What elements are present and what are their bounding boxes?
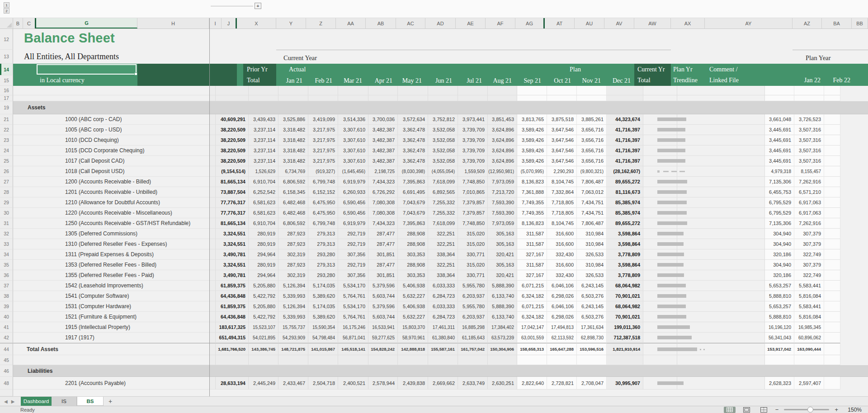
add-sheet-button[interactable]: +	[104, 397, 117, 406]
clipped-cell[interactable]	[824, 218, 840, 229]
value-cell[interactable]	[794, 95, 824, 101]
column-header-AA[interactable]: AA	[336, 18, 366, 28]
month-value-cell[interactable]: 3,439,433	[249, 114, 278, 125]
prior-yr-total-cell[interactable]: 38,220,509	[216, 125, 249, 135]
value-cell[interactable]	[308, 355, 338, 365]
plan-feb-cell[interactable]: 5,583,441	[794, 281, 824, 291]
value-cell[interactable]	[209, 187, 216, 197]
month-value-cell[interactable]: 5,955,780	[458, 301, 488, 312]
row-header[interactable]: 22	[0, 125, 13, 135]
trendline-cell[interactable]	[643, 114, 677, 125]
plan-month-value-cell[interactable]: 6,243,145	[577, 281, 607, 291]
month-value-cell[interactable]: 307,356	[338, 249, 368, 260]
month-value-cell[interactable]: 7,255,332	[428, 197, 458, 208]
month-value-cell[interactable]: 320,421	[488, 249, 517, 260]
comment-cell[interactable]	[677, 156, 765, 166]
month-value-cell[interactable]: 2,669,662	[428, 377, 458, 390]
prior-yr-total-cell[interactable]: 3,324,551	[216, 239, 249, 249]
month-value-cell[interactable]: 2,630,251	[488, 377, 517, 390]
row-header[interactable]: 26	[0, 166, 13, 177]
month-value-cell[interactable]: 6,152,152	[308, 187, 338, 197]
row-header[interactable]: 15	[0, 75, 13, 86]
row-header[interactable]: 36	[0, 270, 13, 281]
month-value-cell[interactable]: 5,764,761	[338, 291, 368, 301]
plan-feb-cell[interactable]: 6,917,063	[794, 197, 824, 208]
value-cell[interactable]	[209, 86, 216, 95]
month-value-cell[interactable]: 3,362,478	[398, 135, 428, 145]
plan-month-value-cell[interactable]: 62,898,730	[577, 333, 607, 343]
prior-yr-total-cell[interactable]: 1,681,766,520	[216, 343, 249, 355]
account-label-cell[interactable]: 1015 (DCD Corporate Chequing)	[13, 145, 209, 156]
plan-month-value-cell[interactable]: 158,658,313	[517, 343, 547, 355]
comment-cell[interactable]	[677, 218, 765, 229]
comment-cell[interactable]	[677, 229, 765, 239]
value-cell[interactable]	[794, 86, 824, 95]
plan-jan-cell[interactable]: 4,979,318	[765, 166, 794, 177]
prior-yr-total-cell[interactable]: 81,665,134	[216, 218, 249, 229]
column-header-AU[interactable]: AU	[575, 18, 604, 28]
month-value-cell[interactable]: 6,919,979	[338, 218, 368, 229]
comment-cell[interactable]	[677, 208, 765, 218]
month-value-cell[interactable]: 5,888,390	[488, 281, 517, 291]
month-value-cell[interactable]: 61,185,643	[458, 333, 488, 343]
plan-month-value-cell[interactable]: 8,104,745	[547, 218, 577, 229]
month-value-cell[interactable]: 7,255,332	[428, 208, 458, 218]
row-header[interactable]: 40	[0, 312, 13, 322]
month-value-cell[interactable]: 161,757,042	[458, 343, 488, 355]
plan-feb-cell[interactable]: 6,571,210	[794, 187, 824, 197]
month-value-cell[interactable]: 7,395,863	[398, 177, 428, 187]
trendline-cell[interactable]	[643, 156, 677, 166]
clipped-cell[interactable]	[824, 114, 840, 125]
month-value-cell[interactable]: 3,217,975	[308, 156, 338, 166]
trendline-cell[interactable]	[643, 301, 677, 312]
row-header[interactable]: 33	[0, 239, 13, 249]
month-value-cell[interactable]: 322,251	[428, 260, 458, 270]
prior-yr-total-cell[interactable]: 3,324,551	[216, 260, 249, 270]
comment-cell[interactable]	[677, 166, 765, 177]
month-value-cell[interactable]: 5,603,744	[368, 291, 398, 301]
value-cell[interactable]	[278, 95, 308, 101]
column-header-AW[interactable]: AW	[634, 18, 671, 28]
plan-month-value-cell[interactable]: 2,728,821	[547, 377, 577, 390]
value-cell[interactable]	[824, 86, 840, 95]
row-header[interactable]: 44	[0, 343, 13, 355]
current-yr-total-cell[interactable]: 3,598,864	[607, 260, 643, 270]
row-header[interactable]: 31	[0, 218, 13, 229]
plan-month-value-cell[interactable]: 6,298,026	[547, 291, 577, 301]
value-cell[interactable]	[398, 86, 428, 95]
plan-month-value-cell[interactable]: 6,324,182	[517, 291, 547, 301]
trendline-cell[interactable]	[643, 197, 677, 208]
month-value-cell[interactable]: 6,581,623	[249, 208, 278, 218]
clipped-cell[interactable]	[824, 135, 840, 145]
account-label-cell[interactable]: 1000 (ABC corp - CAD)	[13, 114, 209, 125]
row-header[interactable]: 48	[0, 377, 13, 390]
current-yr-total-cell[interactable]: 68,064,982	[607, 281, 643, 291]
month-value-cell[interactable]: 5,603,744	[368, 312, 398, 322]
account-label-cell[interactable]: 1915 (Intellectual Property)	[13, 322, 209, 333]
current-yr-total-cell[interactable]: 85,385,974	[607, 208, 643, 218]
month-value-cell[interactable]: 1,526,629	[249, 166, 278, 177]
account-label-cell[interactable]: 1200 (Accounts Receivable - Billed)	[13, 177, 209, 187]
column-header-X[interactable]: X	[237, 18, 276, 28]
row-header[interactable]: 13	[0, 50, 13, 64]
value-cell[interactable]	[428, 95, 458, 101]
current-yr-total-cell[interactable]: 81,116,673	[607, 187, 643, 197]
row-header-selected[interactable]: 14	[0, 64, 13, 75]
value-cell[interactable]	[278, 355, 308, 365]
current-yr-total-cell[interactable]: 89,655,272	[607, 177, 643, 187]
month-value-cell[interactable]: 2,400,521	[338, 377, 368, 390]
row-header[interactable]: 16	[0, 86, 13, 95]
account-label-cell[interactable]: 2201 (Accounts Payable)	[13, 377, 209, 390]
month-value-cell[interactable]: 6,284,723	[428, 291, 458, 301]
month-value-cell[interactable]: 3,624,896	[488, 145, 517, 156]
month-value-cell[interactable]: 3,482,387	[368, 125, 398, 135]
account-label-cell[interactable]: 1201 (Accounts Receivable - Unbilled)	[13, 187, 209, 197]
plan-jan-cell[interactable]: 320,186	[765, 249, 794, 260]
plan-jan-cell[interactable]: 3,445,691	[765, 156, 794, 166]
value-cell[interactable]	[643, 355, 677, 365]
month-value-cell[interactable]: 7,080,308	[368, 197, 398, 208]
month-value-cell[interactable]: 3,318,482	[278, 156, 308, 166]
prior-yr-total-cell[interactable]: 651,494,315	[216, 333, 249, 343]
prior-yr-total-cell[interactable]: 183,617,325	[216, 322, 249, 333]
month-value-cell[interactable]: 3,217,975	[308, 145, 338, 156]
